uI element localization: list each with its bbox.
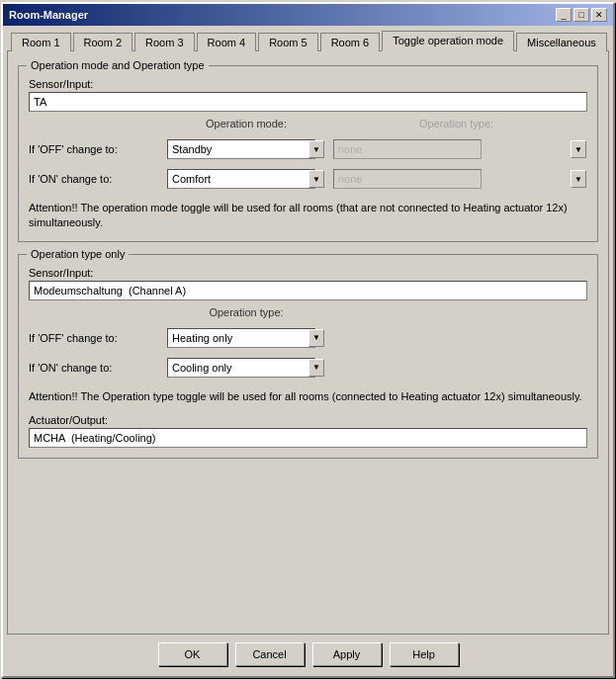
title-bar: Room-Manager _ □ ✕ bbox=[3, 4, 613, 26]
group1-row1: If 'OFF' change to: Standby Comfort Nigh… bbox=[29, 139, 587, 159]
group1-legend: Operation mode and Operation type bbox=[27, 59, 209, 71]
tab-miscellaneous[interactable]: Miscellaneous bbox=[516, 33, 607, 51]
group1-row1-type-select[interactable]: none bbox=[333, 139, 482, 159]
tabs-row: Room 1 Room 2 Room 3 Room 4 Room 5 Room … bbox=[7, 30, 609, 50]
tab-room4[interactable]: Room 4 bbox=[197, 33, 257, 51]
group2-column-headers: Operation type: bbox=[29, 306, 587, 318]
tab-room6[interactable]: Room 6 bbox=[320, 33, 381, 51]
group2-row2-label: If 'ON' change to: bbox=[29, 362, 167, 374]
op-type-header: Operation type: bbox=[325, 118, 587, 129]
main-window: Room-Manager _ □ ✕ Room 1 Room 2 Room 3 … bbox=[1, 2, 615, 678]
group2-actuator-label: Actuator/Output: bbox=[29, 414, 587, 426]
group1-row1-type-wrap: none ▼ bbox=[333, 139, 587, 159]
group1-form: Sensor/Input: Operation mode: Operation … bbox=[29, 78, 587, 231]
group1-row2-type-wrap: none ▼ bbox=[333, 169, 587, 189]
group2-row1-label: If 'OFF' change to: bbox=[29, 332, 167, 344]
group2-row1-select-wrap: Heating only Cooling only Heating and Co… bbox=[167, 328, 325, 348]
group2-row1-select[interactable]: Heating only Cooling only Heating and Co… bbox=[167, 328, 315, 348]
window-title: Room-Manager bbox=[9, 9, 88, 21]
group2-form: Sensor/Input: Operation type: If 'OFF' c… bbox=[29, 267, 587, 448]
group1-row1-select[interactable]: Standby Comfort Night Frost/Heat protect… bbox=[167, 139, 315, 159]
group-operation-mode: Operation mode and Operation type Sensor… bbox=[18, 65, 598, 242]
group1-row1-type-arrow: ▼ bbox=[571, 140, 586, 158]
tab-room1[interactable]: Room 1 bbox=[11, 33, 71, 51]
group2-row2: If 'ON' change to: Heating only Cooling … bbox=[29, 358, 587, 378]
ok-button[interactable]: OK bbox=[158, 642, 227, 666]
maximize-button[interactable]: □ bbox=[573, 8, 589, 22]
cancel-button[interactable]: Cancel bbox=[235, 642, 305, 666]
group1-sensor-label: Sensor/Input: bbox=[29, 78, 587, 90]
bottom-bar: OK Cancel Apply Help bbox=[7, 635, 609, 672]
op-type-col-header: Operation type: bbox=[167, 306, 325, 318]
tab-room3[interactable]: Room 3 bbox=[134, 33, 195, 51]
group2-row1: If 'OFF' change to: Heating only Cooling… bbox=[29, 328, 587, 348]
group2-attention: Attention!! The Operation type toggle wi… bbox=[29, 389, 587, 404]
tab-content: Operation mode and Operation type Sensor… bbox=[7, 50, 609, 635]
op-mode-header: Operation mode: bbox=[167, 118, 325, 129]
group2-row2-select[interactable]: Heating only Cooling only Heating and Co… bbox=[167, 358, 315, 378]
group2-actuator-input[interactable] bbox=[29, 428, 587, 448]
group2-sensor-label: Sensor/Input: bbox=[29, 267, 587, 279]
group1-column-headers: Operation mode: Operation type: bbox=[29, 118, 587, 129]
tab-room5[interactable]: Room 5 bbox=[258, 33, 318, 51]
group1-attention: Attention!! The operation mode toggle wi… bbox=[29, 201, 587, 231]
group2-legend: Operation type only bbox=[27, 248, 129, 260]
group2-sensor-input[interactable] bbox=[29, 281, 587, 300]
apply-button[interactable]: Apply bbox=[312, 642, 382, 666]
group1-row2-select[interactable]: Standby Comfort Night Frost/Heat protect… bbox=[167, 169, 315, 189]
group1-row1-select-wrap: Standby Comfort Night Frost/Heat protect… bbox=[167, 139, 325, 159]
group1-row2-type-arrow: ▼ bbox=[571, 170, 586, 188]
group1-row1-label: If 'OFF' change to: bbox=[29, 143, 167, 155]
tab-room2[interactable]: Room 2 bbox=[73, 33, 133, 51]
group1-row2-label: If 'ON' change to: bbox=[29, 173, 167, 185]
group2-row2-select-wrap: Heating only Cooling only Heating and Co… bbox=[167, 358, 325, 378]
tab-toggle-operation-mode[interactable]: Toggle operation mode bbox=[382, 31, 514, 51]
group1-row2: If 'ON' change to: Standby Comfort Night… bbox=[29, 169, 587, 189]
title-bar-buttons: _ □ ✕ bbox=[556, 8, 607, 22]
group1-sensor-input[interactable] bbox=[29, 92, 587, 112]
group1-row2-select-wrap: Standby Comfort Night Frost/Heat protect… bbox=[167, 169, 325, 189]
group1-row2-type-select[interactable]: none bbox=[333, 169, 482, 189]
help-button[interactable]: Help bbox=[390, 642, 459, 666]
close-button[interactable]: ✕ bbox=[591, 8, 607, 22]
group-operation-type: Operation type only Sensor/Input: Operat… bbox=[18, 254, 598, 459]
window-content: Room 1 Room 2 Room 3 Room 4 Room 5 Room … bbox=[3, 26, 613, 676]
minimize-button[interactable]: _ bbox=[556, 8, 572, 22]
